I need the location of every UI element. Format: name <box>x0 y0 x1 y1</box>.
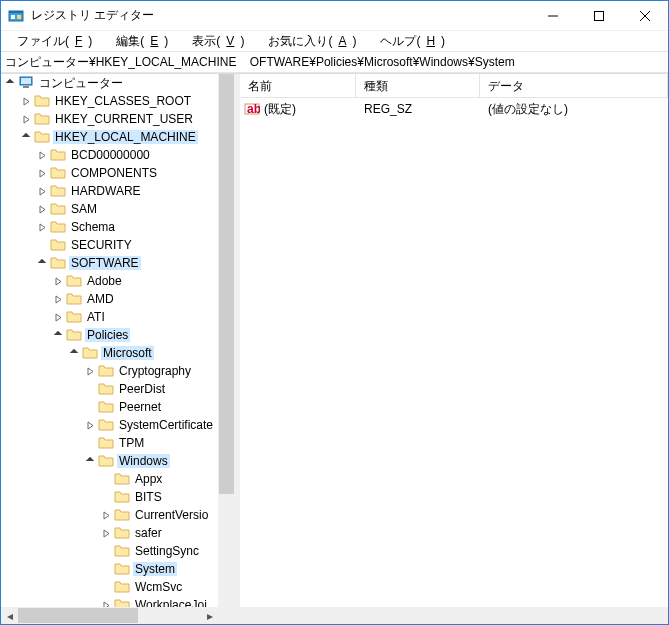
tree-item-bcd[interactable]: BCD00000000 <box>1 146 218 164</box>
tree-item-amd[interactable]: AMD <box>1 290 218 308</box>
menu-edit[interactable]: 編集(E) <box>104 31 180 52</box>
folder-icon <box>50 238 66 252</box>
tree-item-sam[interactable]: SAM <box>1 200 218 218</box>
spacer <box>83 400 97 414</box>
tree-label: safer <box>133 526 164 540</box>
folder-icon <box>66 292 82 306</box>
tree-item-workplace[interactable]: WorkplaceJoi <box>1 596 218 607</box>
tree-view[interactable]: コンピューターHKEY_CLASSES_ROOTHKEY_CURRENT_USE… <box>1 74 218 607</box>
tree-label: SAM <box>69 202 99 216</box>
tree-label: TPM <box>117 436 146 450</box>
tree-item-security[interactable]: SECURITY <box>1 236 218 254</box>
column-header-data[interactable]: データ <box>480 74 668 97</box>
tree-item-adobe[interactable]: Adobe <box>1 272 218 290</box>
tree-item-peerdist[interactable]: PeerDist <box>1 380 218 398</box>
tree-item-hkcr[interactable]: HKEY_CLASSES_ROOT <box>1 92 218 110</box>
chevron-down-icon[interactable] <box>3 76 17 90</box>
list-pane: 名前 種類 データ ab (既定) REG_SZ (値の設定なし) <box>240 74 668 624</box>
tree-hscrollbar[interactable]: ◂ ▸ <box>1 607 218 624</box>
tree-item-microsoft[interactable]: Microsoft <box>1 344 218 362</box>
folder-icon <box>98 382 114 396</box>
folder-icon <box>98 400 114 414</box>
value-type: REG_SZ <box>356 102 480 116</box>
tree-item-hkcu[interactable]: HKEY_CURRENT_USER <box>1 110 218 128</box>
tree-item-policies[interactable]: Policies <box>1 326 218 344</box>
tree-label: COMPONENTS <box>69 166 159 180</box>
chevron-down-icon[interactable] <box>51 328 65 342</box>
tree-vscrollbar[interactable] <box>218 74 235 607</box>
tree-item-appx[interactable]: Appx <box>1 470 218 488</box>
tree-label: Cryptography <box>117 364 193 378</box>
chevron-right-icon[interactable] <box>51 274 65 288</box>
scrollbar-thumb[interactable] <box>219 74 234 494</box>
scrollbar-thumb[interactable] <box>18 608 138 623</box>
spacer <box>99 490 113 504</box>
folder-icon <box>50 148 66 162</box>
folder-icon <box>66 274 82 288</box>
minimize-button[interactable] <box>530 1 576 31</box>
chevron-right-icon[interactable] <box>99 526 113 540</box>
chevron-right-icon[interactable] <box>99 508 113 522</box>
folder-icon <box>114 562 130 576</box>
chevron-right-icon[interactable] <box>35 148 49 162</box>
tree-label: WcmSvc <box>133 580 184 594</box>
tree-item-wcmsvc[interactable]: WcmSvc <box>1 578 218 596</box>
chevron-down-icon[interactable] <box>67 346 81 360</box>
maximize-button[interactable] <box>576 1 622 31</box>
menu-view[interactable]: 表示(V) <box>180 31 256 52</box>
computer-icon <box>18 76 34 90</box>
tree-item-tpm[interactable]: TPM <box>1 434 218 452</box>
tree-item-syscert[interactable]: SystemCertificate <box>1 416 218 434</box>
folder-icon <box>114 508 130 522</box>
chevron-down-icon[interactable] <box>35 256 49 270</box>
menu-help[interactable]: ヘルプ(H) <box>368 31 457 52</box>
tree-item-components[interactable]: COMPONENTS <box>1 164 218 182</box>
scroll-left-icon[interactable]: ◂ <box>1 607 18 624</box>
tree-item-peernet[interactable]: Peernet <box>1 398 218 416</box>
chevron-right-icon[interactable] <box>83 364 97 378</box>
close-button[interactable] <box>622 1 668 31</box>
tree-item-system[interactable]: System <box>1 560 218 578</box>
tree-item-windows[interactable]: Windows <box>1 452 218 470</box>
list-hscrollbar[interactable] <box>240 607 668 624</box>
tree-item-bits[interactable]: BITS <box>1 488 218 506</box>
chevron-down-icon[interactable] <box>19 130 33 144</box>
tree-item-root[interactable]: コンピューター <box>1 74 218 92</box>
column-header-type[interactable]: 種類 <box>356 74 480 97</box>
list-item[interactable]: ab (既定) REG_SZ (値の設定なし) <box>240 100 668 118</box>
address-input[interactable] <box>1 53 668 71</box>
folder-icon <box>34 94 50 108</box>
tree-label: ATI <box>85 310 107 324</box>
spacer <box>99 580 113 594</box>
tree-item-safer[interactable]: safer <box>1 524 218 542</box>
tree-item-hklm[interactable]: HKEY_LOCAL_MACHINE <box>1 128 218 146</box>
folder-icon <box>34 130 50 144</box>
column-header-name[interactable]: 名前 <box>240 74 356 97</box>
chevron-right-icon[interactable] <box>35 166 49 180</box>
chevron-right-icon[interactable] <box>99 598 113 607</box>
tree-item-hardware[interactable]: HARDWARE <box>1 182 218 200</box>
chevron-right-icon[interactable] <box>19 94 33 108</box>
chevron-right-icon[interactable] <box>35 202 49 216</box>
tree-item-curver[interactable]: CurrentVersio <box>1 506 218 524</box>
folder-icon <box>114 526 130 540</box>
tree-item-ati[interactable]: ATI <box>1 308 218 326</box>
menu-file[interactable]: ファイル(F) <box>5 31 104 52</box>
chevron-right-icon[interactable] <box>35 220 49 234</box>
addressbar <box>1 51 668 73</box>
chevron-right-icon[interactable] <box>51 292 65 306</box>
tree-item-crypto[interactable]: Cryptography <box>1 362 218 380</box>
tree-item-setsync[interactable]: SettingSync <box>1 542 218 560</box>
svg-rect-1 <box>9 11 23 13</box>
chevron-right-icon[interactable] <box>19 112 33 126</box>
chevron-right-icon[interactable] <box>35 184 49 198</box>
scroll-right-icon[interactable]: ▸ <box>201 607 218 624</box>
chevron-right-icon[interactable] <box>51 310 65 324</box>
tree-item-software[interactable]: SOFTWARE <box>1 254 218 272</box>
chevron-down-icon[interactable] <box>83 454 97 468</box>
tree-item-schema[interactable]: Schema <box>1 218 218 236</box>
tree-pane: コンピューターHKEY_CLASSES_ROOTHKEY_CURRENT_USE… <box>1 74 235 624</box>
chevron-right-icon[interactable] <box>83 418 97 432</box>
menubar: ファイル(F) 編集(E) 表示(V) お気に入り(A) ヘルプ(H) <box>1 31 668 51</box>
menu-favorites[interactable]: お気に入り(A) <box>256 31 368 52</box>
